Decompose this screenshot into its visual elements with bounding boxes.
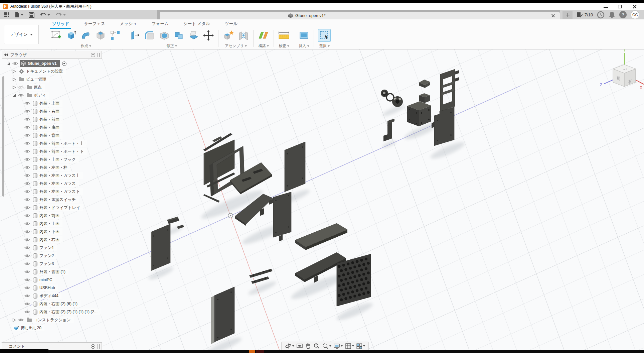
document-tab-close-icon[interactable] — [551, 14, 555, 18]
tab-surface[interactable]: サーフェス — [83, 20, 106, 28]
pan-icon[interactable] — [305, 343, 311, 349]
part-bottom-panel[interactable] — [211, 287, 234, 344]
visibility-eye-icon[interactable] — [24, 286, 30, 290]
tree-body-row[interactable]: 内装・前面 — [2, 212, 102, 220]
visibility-eye-icon[interactable] — [24, 190, 30, 194]
group-label-assemble[interactable]: アセンブリ — [225, 43, 247, 48]
viewcube[interactable]: Y Z X 上 前 右 — [600, 49, 644, 90]
tab-mesh[interactable]: メッシュ — [119, 20, 138, 28]
visibility-eye-icon[interactable] — [24, 270, 30, 274]
collapsed-icon[interactable] — [12, 86, 16, 89]
press-pull-icon[interactable] — [129, 30, 141, 41]
tree-body-row[interactable]: ボディ444 — [2, 292, 102, 300]
part-right-lower-panel[interactable] — [432, 107, 454, 146]
collapsed-icon[interactable] — [12, 78, 16, 81]
visibility-eye-icon[interactable] — [24, 206, 30, 210]
redo-icon[interactable] — [55, 12, 66, 17]
tree-body-row[interactable]: 外装・左面・枠 — [2, 163, 102, 171]
visibility-eye-icon[interactable] — [18, 93, 24, 97]
visibility-eye-icon[interactable] — [18, 318, 24, 322]
expanded-icon[interactable] — [12, 94, 16, 97]
viewports-icon[interactable] — [356, 343, 365, 349]
panel-minus-icon[interactable] — [91, 53, 95, 57]
group-label-insert[interactable]: 挿入 — [299, 43, 309, 48]
new-component-icon[interactable] — [222, 30, 234, 41]
tree-body-row[interactable]: 外装・電源スイッチ — [2, 196, 102, 204]
visibility-eye-icon[interactable] — [24, 238, 30, 242]
root-document-chip[interactable]: Gtune_open v1 — [20, 60, 60, 67]
help-button[interactable]: ? — [619, 11, 627, 18]
zoom-icon[interactable] — [313, 343, 320, 349]
tree-node-construction[interactable]: コンストラクション — [2, 316, 102, 324]
close-button[interactable] — [632, 5, 637, 8]
tree-body-row[interactable]: 外装・左面・ガラス下 — [2, 188, 102, 196]
file-menu-icon[interactable] — [15, 12, 23, 18]
visibility-eye-icon[interactable] — [24, 149, 30, 153]
tab-solid[interactable]: ソリッド — [51, 20, 70, 28]
app-grid-icon[interactable] — [4, 12, 9, 17]
tree-body-row[interactable]: 外装・左面・ガラス上 — [2, 171, 102, 180]
shell-icon[interactable] — [159, 30, 170, 41]
expanded-icon[interactable] — [7, 62, 10, 66]
tree-body-row[interactable]: 外装・左面・ガラス — [2, 180, 102, 188]
collapsed-icon[interactable] — [12, 70, 16, 73]
visibility-eye-icon[interactable] — [24, 310, 30, 314]
collapse-panel-icon[interactable] — [4, 53, 8, 56]
undo-icon[interactable] — [40, 12, 50, 17]
tree-node-extrude-feature[interactable]: 押し出し20 — [2, 324, 102, 332]
hole-icon[interactable] — [95, 30, 106, 41]
tree-body-row[interactable]: ファン1 — [2, 244, 102, 252]
tree-body-row[interactable]: USBHub — [2, 284, 102, 292]
group-label-select[interactable]: 選択 — [319, 43, 330, 48]
tree-body-row[interactable]: 内装・上面 — [2, 220, 102, 228]
browser-scrollbar[interactable] — [2, 76, 4, 197]
orbit-icon[interactable] — [285, 343, 294, 349]
part-small-bracket-a[interactable] — [167, 217, 179, 224]
fillet-icon[interactable] — [144, 30, 155, 41]
insert-canvas-icon[interactable] — [298, 30, 310, 41]
visibility-eye-icon[interactable] — [24, 141, 30, 145]
tree-body-row[interactable]: 外装・背面 (1) — [2, 268, 102, 276]
visibility-eye-icon[interactable] — [24, 133, 30, 137]
extrude-icon[interactable] — [65, 30, 77, 41]
visibility-eye-icon[interactable] — [24, 230, 30, 234]
select-icon[interactable] — [319, 30, 330, 41]
tree-node-origin[interactable]: 原点 — [2, 83, 102, 91]
tree-body-row[interactable]: 外装・背面 — [2, 131, 102, 139]
visibility-eye-icon[interactable] — [24, 246, 30, 250]
visibility-eye-icon[interactable] — [24, 182, 30, 186]
tree-body-row[interactable]: 外装・上面 — [2, 99, 102, 107]
tree-body-row[interactable]: ファン2 — [2, 252, 102, 260]
group-label-modify[interactable]: 修正 — [167, 43, 177, 48]
tree-node-document-settings[interactable]: ドキュメントの設定 — [2, 67, 102, 75]
minimize-button[interactable] — [604, 5, 608, 8]
visibility-eye-icon[interactable] — [24, 165, 30, 169]
construction-plane-icon[interactable] — [258, 30, 270, 41]
visibility-eye-icon[interactable] — [24, 214, 30, 218]
visibility-eye-icon[interactable] — [24, 109, 30, 113]
part-drive-tray-top[interactable] — [295, 223, 347, 250]
pattern-icon[interactable] — [110, 30, 121, 41]
tree-body-row[interactable]: 内装・下面 — [2, 228, 102, 236]
tree-body-row[interactable]: 外装・底面 — [2, 123, 102, 131]
combine-icon[interactable] — [173, 30, 185, 41]
browser-header[interactable]: ブラウザ — [2, 51, 102, 59]
tree-body-row[interactable]: 内装・右面 (2) (7) (1) (1) (1) (2... — [2, 308, 102, 316]
visibility-eye-icon[interactable] — [24, 254, 30, 258]
visibility-eye-icon[interactable] — [24, 125, 30, 129]
visibility-eye-icon[interactable] — [24, 262, 30, 266]
workspace-selector[interactable]: デザイン — [4, 25, 39, 44]
visibility-eye-icon[interactable] — [24, 157, 30, 161]
tree-body-row[interactable]: ファン3 — [2, 260, 102, 268]
new-document-tab-button[interactable] — [562, 11, 573, 19]
look-at-icon[interactable] — [296, 343, 303, 349]
visibility-eye-icon[interactable] — [24, 198, 30, 202]
grid-display-icon[interactable] — [345, 343, 354, 349]
measure-icon[interactable] — [278, 30, 290, 41]
move-icon[interactable] — [203, 30, 214, 41]
history-clock-icon[interactable] — [597, 11, 605, 19]
tree-body-row[interactable]: 内装・右面 (2) (6) (1) — [2, 300, 102, 308]
panel-resize-grip[interactable] — [98, 344, 100, 349]
joint-icon[interactable] — [238, 30, 249, 41]
part-perforated-grill[interactable] — [337, 254, 371, 306]
